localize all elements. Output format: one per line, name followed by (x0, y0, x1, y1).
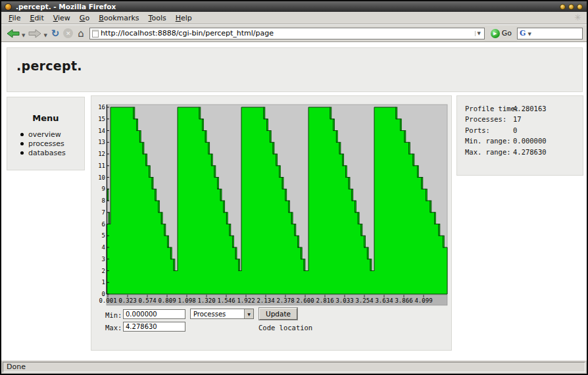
page-icon (92, 30, 99, 38)
info-label: Max. range: (465, 148, 513, 156)
side-menu-title: Menu (7, 113, 84, 123)
code-location-link[interactable]: Code location (258, 324, 312, 332)
side-menu-list: overviewprocessesdatabases (7, 130, 84, 157)
side-menu-panel: Menu overviewprocessesdatabases (7, 97, 85, 170)
svg-text:6: 6 (102, 221, 105, 228)
info-label: Processes: (465, 115, 513, 123)
info-label: Profile time: (465, 105, 513, 113)
sidebar-item-label: processes (28, 139, 64, 148)
svg-text:2.134: 2.134 (257, 297, 274, 304)
svg-text:16: 16 (99, 104, 105, 111)
info-value: 0.000000 (513, 137, 547, 145)
menu-bookmarks[interactable]: Bookmarks (94, 12, 143, 24)
search-input[interactable] (535, 29, 580, 38)
svg-text:2: 2 (102, 268, 105, 274)
bullet-icon (20, 142, 24, 145)
info-row: Max. range:4.278630 (465, 148, 583, 159)
back-button[interactable] (5, 26, 21, 41)
min-label: Min: (105, 311, 122, 319)
profile-info-panel: Profile time:4.280163Processes:17Ports:0… (456, 95, 583, 176)
google-search-icon: G (520, 29, 526, 38)
status-bar: Done (1, 361, 587, 374)
svg-text:0.809: 0.809 (158, 297, 176, 304)
browser-window: .percept. - Mozilla Firefox FileEditView… (0, 0, 588, 375)
info-label: Min. range: (465, 137, 513, 145)
max-label: Max: (105, 324, 122, 332)
go-button[interactable]: ▶ Go (488, 26, 517, 41)
forward-button[interactable] (27, 26, 43, 41)
svg-text:2.816: 2.816 (316, 297, 333, 304)
info-row: Min. range:0.000000 (465, 137, 583, 147)
url-dropdown-icon[interactable]: ▼ (475, 31, 483, 36)
max-range-input[interactable] (123, 322, 185, 332)
url-input[interactable] (101, 29, 475, 38)
go-label: Go (501, 29, 516, 38)
graph-type-select[interactable]: Processes ▼ (190, 309, 254, 319)
svg-text:14: 14 (99, 128, 105, 134)
back-dropdown-icon[interactable]: ▼ (22, 33, 25, 38)
svg-text:0.001: 0.001 (99, 297, 116, 304)
svg-text:0.574: 0.574 (138, 297, 156, 304)
sidebar-item-databases[interactable]: databases (20, 148, 84, 157)
url-bar[interactable]: ▼ (89, 28, 485, 39)
close-button[interactable] (577, 4, 583, 10)
page-title: .percept. (16, 59, 582, 73)
info-row: Processes:17 (465, 115, 583, 126)
min-range-input[interactable] (123, 309, 185, 319)
info-value: 17 (513, 115, 522, 123)
menu-help[interactable]: Help (171, 12, 197, 24)
go-icon: ▶ (491, 29, 500, 38)
home-button[interactable]: ⌂ (75, 26, 87, 41)
page-content: .percept. Menu overviewprocessesdatabase… (1, 42, 587, 361)
svg-text:7: 7 (102, 209, 105, 216)
svg-text:3.866: 3.866 (395, 297, 412, 304)
search-engine-dropdown-icon[interactable]: ▼ (527, 32, 531, 37)
stop-button[interactable]: ✕ (63, 28, 73, 38)
info-row: Ports:0 (465, 126, 583, 137)
throbber-icon: ✳ (574, 12, 581, 22)
window-title: .percept. - Mozilla Firefox (12, 1, 116, 12)
stop-icon: ✕ (66, 30, 71, 37)
bullet-icon (20, 133, 24, 136)
process-activity-chart[interactable]: 0123456789101112131415160.0010.3230.5740… (99, 101, 450, 307)
svg-text:8: 8 (102, 197, 105, 204)
graph-type-selected-value: Processes (191, 311, 244, 318)
select-dropdown-icon[interactable]: ▼ (244, 309, 253, 318)
window-frame: .percept. - Mozilla Firefox FileEditView… (0, 0, 588, 375)
svg-text:0.323: 0.323 (118, 297, 136, 304)
update-button[interactable]: Update (259, 308, 297, 320)
svg-text:15: 15 (99, 116, 105, 122)
info-value: 4.280163 (513, 105, 547, 113)
svg-text:3: 3 (102, 256, 105, 262)
home-icon: ⌂ (78, 28, 84, 39)
sidebar-item-processes[interactable]: processes (20, 139, 84, 148)
svg-text:10: 10 (99, 174, 105, 181)
svg-text:3.033: 3.033 (335, 297, 353, 304)
svg-text:12: 12 (99, 151, 105, 157)
reload-icon: ↻ (51, 27, 60, 40)
menu-tools[interactable]: Tools (144, 12, 171, 24)
forward-dropdown-icon[interactable]: ▼ (43, 33, 47, 38)
back-arrow-icon (7, 29, 20, 38)
minimize-button[interactable] (560, 4, 566, 10)
menu-edit[interactable]: Edit (25, 12, 48, 24)
status-text: Done (3, 362, 585, 372)
info-rows: Profile time:4.280163Processes:17Ports:0… (457, 96, 583, 159)
menubar-items: FileEditViewGoBookmarksToolsHelp (4, 12, 197, 24)
chart-panel: 0123456789101112131415160.0010.3230.5740… (91, 95, 452, 351)
svg-text:2.378: 2.378 (276, 297, 294, 304)
menu-view[interactable]: View (49, 12, 75, 24)
window-buttons (560, 4, 583, 10)
menu-go[interactable]: Go (75, 12, 94, 24)
sidebar-item-overview[interactable]: overview (20, 130, 84, 139)
search-box[interactable]: G ▼ (517, 28, 583, 39)
maximize-button[interactable] (568, 4, 574, 10)
sidebar-item-label: overview (28, 130, 61, 139)
svg-text:1.098: 1.098 (178, 297, 195, 304)
menu-file[interactable]: File (4, 12, 25, 24)
svg-text:3.634: 3.634 (375, 297, 393, 304)
title-bar: .percept. - Mozilla Firefox (1, 1, 587, 12)
header-panel: .percept. (7, 47, 583, 92)
svg-text:3.254: 3.254 (355, 297, 373, 304)
reload-button[interactable]: ↻ (49, 26, 62, 41)
